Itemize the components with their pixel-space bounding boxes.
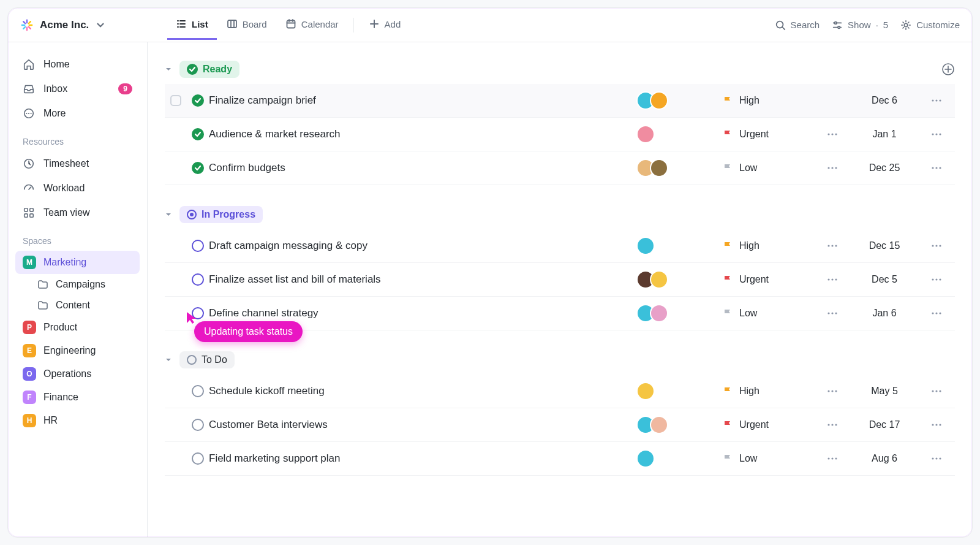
group-header-todo[interactable]: To Do xyxy=(165,345,955,375)
task-priority[interactable]: Urgent xyxy=(722,129,814,140)
task-actions[interactable] xyxy=(918,311,955,315)
sidebar-space-operations[interactable]: OOperations xyxy=(15,362,140,386)
show-button[interactable]: Show · 5 xyxy=(832,20,888,31)
collapse-icon[interactable] xyxy=(165,66,172,73)
task-assignees[interactable] xyxy=(636,449,722,468)
task-priority[interactable]: Low xyxy=(722,453,814,464)
task-assignees[interactable] xyxy=(636,159,722,177)
task-mid-more[interactable] xyxy=(814,132,851,136)
collapse-icon[interactable] xyxy=(165,356,172,364)
status-pill[interactable]: Ready xyxy=(179,61,239,78)
nav-timesheet[interactable]: Timesheet xyxy=(15,151,140,176)
group-header-inprogress[interactable]: In Progress xyxy=(165,200,955,229)
task-name[interactable]: Draft campaign messaging & copy xyxy=(209,240,636,252)
task-status-open-icon[interactable] xyxy=(192,385,204,397)
view-list[interactable]: List xyxy=(167,10,217,40)
avatar[interactable] xyxy=(636,125,655,143)
task-row[interactable]: Audience & market research Urgent Jan 1 xyxy=(165,118,955,151)
task-assignees[interactable] xyxy=(636,416,722,434)
task-row[interactable]: Customer Beta interviews Urgent Dec 17 xyxy=(165,408,955,442)
nav-inbox[interactable]: Inbox 9 xyxy=(15,77,140,101)
task-status-open-icon[interactable] xyxy=(192,273,204,286)
task-name[interactable]: Define channel strategy xyxy=(209,307,636,319)
sidebar-space-product[interactable]: PProduct xyxy=(15,316,140,339)
task-name[interactable]: Schedule kickoff meeting xyxy=(209,385,636,397)
task-mid-more[interactable] xyxy=(814,311,851,315)
task-row[interactable]: Finalize campaign brief High Dec 6 xyxy=(165,84,955,118)
view-add[interactable]: Add xyxy=(360,10,410,40)
avatar[interactable] xyxy=(636,449,655,468)
task-row[interactable]: Schedule kickoff meeting High May 5 xyxy=(165,375,955,408)
task-status-open-icon[interactable] xyxy=(192,419,204,431)
task-mid-more[interactable] xyxy=(814,423,851,427)
task-date[interactable]: Dec 17 xyxy=(851,419,918,430)
task-mid-more[interactable] xyxy=(814,244,851,248)
nav-home[interactable]: Home xyxy=(15,52,140,77)
group-header-ready[interactable]: Ready xyxy=(165,55,955,84)
task-row[interactable]: Finalize asset list and bill of material… xyxy=(165,263,955,297)
task-priority[interactable]: Urgent xyxy=(722,274,814,285)
task-priority[interactable]: High xyxy=(722,386,814,397)
task-mid-more[interactable] xyxy=(814,278,851,281)
avatar[interactable] xyxy=(636,237,655,255)
task-name[interactable]: Confirm budgets xyxy=(209,162,636,174)
task-checkbox[interactable] xyxy=(170,95,181,106)
avatar[interactable] xyxy=(650,304,668,322)
task-actions[interactable] xyxy=(918,99,955,102)
task-priority[interactable]: High xyxy=(722,240,814,251)
task-mid-more[interactable] xyxy=(814,389,851,393)
view-board[interactable]: Board xyxy=(218,10,276,40)
search-button[interactable]: Search xyxy=(775,20,820,31)
sidebar-folder-campaigns[interactable]: Campaigns xyxy=(15,274,140,295)
task-assignees[interactable] xyxy=(636,91,722,110)
nav-more[interactable]: More xyxy=(15,101,140,126)
avatar[interactable] xyxy=(650,270,668,289)
task-name[interactable]: Finalize asset list and bill of material… xyxy=(209,273,636,286)
task-date[interactable]: Dec 15 xyxy=(851,240,918,251)
task-date[interactable]: Dec 5 xyxy=(851,274,918,285)
sidebar-space-hr[interactable]: HHR xyxy=(15,409,140,432)
sidebar-space-finance[interactable]: FFinance xyxy=(15,386,140,409)
task-actions[interactable] xyxy=(918,166,955,170)
nav-workload[interactable]: Workload xyxy=(15,176,140,200)
collapse-icon[interactable] xyxy=(165,211,172,218)
task-assignees[interactable] xyxy=(636,382,722,400)
task-priority[interactable]: High xyxy=(722,95,814,106)
task-row[interactable]: Confirm budgets Low Dec 25 xyxy=(165,151,955,185)
task-date[interactable]: May 5 xyxy=(851,386,918,397)
task-actions[interactable] xyxy=(918,244,955,248)
task-row[interactable]: Draft campaign messaging & copy High Dec… xyxy=(165,229,955,263)
customize-button[interactable]: Customize xyxy=(900,20,960,31)
sidebar-folder-content[interactable]: Content xyxy=(15,295,140,316)
task-status-open-icon[interactable] xyxy=(192,452,204,465)
nav-teamview[interactable]: Team view xyxy=(15,200,140,225)
task-date[interactable]: Jan 6 xyxy=(851,308,918,319)
task-assignees[interactable] xyxy=(636,125,722,143)
task-actions[interactable] xyxy=(918,457,955,460)
task-date[interactable]: Dec 6 xyxy=(851,95,918,106)
task-status-done-icon[interactable] xyxy=(192,94,204,107)
task-date[interactable]: Aug 6 xyxy=(851,453,918,464)
task-assignees[interactable] xyxy=(636,270,722,289)
task-name[interactable]: Field marketing support plan xyxy=(209,452,636,465)
task-priority[interactable]: Low xyxy=(722,162,814,173)
task-assignees[interactable] xyxy=(636,237,722,255)
task-row[interactable]: Field marketing support plan Low Aug 6 xyxy=(165,442,955,476)
status-pill[interactable]: To Do xyxy=(179,351,235,368)
task-status-done-icon[interactable] xyxy=(192,128,204,140)
task-name[interactable]: Audience & market research xyxy=(209,128,636,140)
avatar[interactable] xyxy=(650,91,668,110)
task-date[interactable]: Dec 25 xyxy=(851,162,918,173)
sidebar-space-engineering[interactable]: EEngineering xyxy=(15,339,140,362)
task-priority[interactable]: Urgent xyxy=(722,419,814,430)
status-pill[interactable]: In Progress xyxy=(179,206,263,223)
workspace-switcher[interactable]: Acme Inc. xyxy=(20,18,148,32)
task-status-done-icon[interactable] xyxy=(192,162,204,174)
task-actions[interactable] xyxy=(918,278,955,281)
task-date[interactable]: Jan 1 xyxy=(851,129,918,140)
task-assignees[interactable] xyxy=(636,304,722,322)
task-status-open-icon[interactable] xyxy=(192,240,204,252)
task-name[interactable]: Finalize campaign brief xyxy=(209,94,636,107)
task-mid-more[interactable] xyxy=(814,457,851,460)
sidebar-space-marketing[interactable]: MMarketing xyxy=(15,251,140,274)
